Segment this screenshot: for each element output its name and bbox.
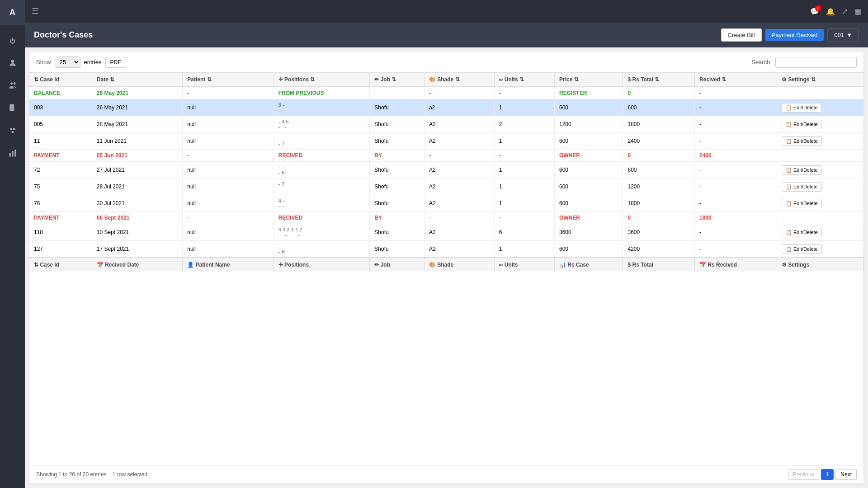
cell-settings — [777, 212, 863, 224]
page-1-button[interactable]: 1 — [821, 469, 834, 480]
col-header-shade[interactable]: 🎨 Shade ⇅ — [424, 73, 494, 87]
topbar: ☰ 💬 8 🔔 ⤢ ▦ — [25, 0, 868, 23]
edit-delete-button[interactable]: 📋 Edit/Delete — [782, 228, 822, 237]
edit-delete-button[interactable]: 📋 Edit/Delete — [782, 103, 822, 113]
table-row[interactable]: PAYMENT 05 Jun 2021 - RECIVED BY - - OWN… — [29, 150, 863, 162]
svg-point-5 — [13, 128, 15, 130]
code-selector-button[interactable]: 001 ▼ — [827, 28, 859, 42]
cell-price: 600 — [555, 162, 623, 178]
cell-recived: - — [695, 241, 777, 258]
col-header-recived[interactable]: Recived ⇅ — [695, 73, 777, 87]
cell-price: 600 — [555, 99, 623, 116]
cell-settings: 📋 Edit/Delete — [777, 162, 863, 178]
chat-icon-button[interactable]: 💬 8 — [810, 7, 819, 16]
svg-line-8 — [13, 130, 14, 131]
col-header-price[interactable]: Price ⇅ — [555, 73, 623, 87]
cell-case-id: 118 — [29, 224, 92, 241]
next-button[interactable]: Next — [835, 469, 857, 480]
cell-units: - — [494, 212, 554, 224]
col-header-case-id[interactable]: ⇅ Case Id — [29, 73, 92, 87]
cell-shade: A2 — [424, 195, 494, 212]
cell-patient: null — [183, 116, 274, 133]
edit-delete-button[interactable]: 📋 Edit/Delete — [782, 120, 822, 129]
table-row[interactable]: 005 28 May 2021 null -- 4 5- Shofu A2 2 … — [29, 116, 863, 133]
cell-patient: null — [183, 195, 274, 212]
cell-date: 28 Jul 2021 — [92, 178, 182, 195]
cell-rs-total: 0 — [623, 87, 695, 99]
svg-point-4 — [10, 128, 12, 130]
edit-delete-button[interactable]: 📋 Edit/Delete — [782, 136, 822, 146]
cell-units: 2 — [494, 116, 554, 133]
cell-case-id: PAYMENT — [29, 150, 92, 162]
cell-positions: RECIVED — [274, 212, 370, 224]
grid-icon-button[interactable]: ▦ — [854, 7, 861, 16]
table-row[interactable]: 72 27 Jul 2021 null -- -6 Shofu A2 1 600… — [29, 162, 863, 178]
cell-rs-total: 600 — [623, 99, 695, 116]
col-header-patient[interactable]: Patient ⇅ — [183, 73, 274, 87]
col-header-settings[interactable]: ⚙ Settings ⇅ — [777, 73, 863, 87]
cell-recived: - — [695, 116, 777, 133]
edit-delete-button[interactable]: 📋 Edit/Delete — [782, 244, 822, 254]
cell-positions: -- 7- — [274, 178, 370, 195]
svg-rect-9 — [9, 153, 10, 157]
entries-label: entries — [84, 59, 102, 66]
edit-delete-button[interactable]: 📋 Edit/Delete — [782, 182, 822, 192]
sidebar: A ⏻ — [0, 0, 25, 488]
table-row[interactable]: 11 11 Jun 2021 null -- -7 Shofu A2 1 600… — [29, 133, 863, 150]
payment-received-button[interactable]: Payment Recived — [765, 29, 824, 41]
cell-rs-total: 1200 — [623, 178, 695, 195]
cell-case-id: 76 — [29, 195, 92, 212]
cell-case-id: 75 — [29, 178, 92, 195]
table-row[interactable]: BALANCE 26 May 2021 - FROM PREVIOUS - - … — [29, 87, 863, 99]
cell-settings: 📋 Edit/Delete — [777, 224, 863, 241]
app-logo[interactable]: A — [0, 0, 25, 25]
entries-select[interactable]: 25 10 50 100 — [55, 56, 80, 68]
cell-price: 600 — [555, 133, 623, 150]
pdf-button[interactable]: PDF — [105, 57, 126, 68]
table-row[interactable]: 003 26 May 2021 null 3- -- Shofu a2 1 60… — [29, 99, 863, 116]
grid-icon: ▦ — [854, 8, 861, 15]
col-header-positions[interactable]: ✛ Positions ⇅ — [274, 73, 370, 87]
cell-shade: A2 — [424, 224, 494, 241]
col-header-rs-total[interactable]: $ Rs Total ⇅ — [623, 73, 695, 87]
sidebar-item-files[interactable] — [0, 97, 25, 120]
svg-point-1 — [10, 82, 13, 84]
edit-delete-button[interactable]: 📋 Edit/Delete — [782, 165, 822, 175]
table-row[interactable]: PAYMENT 06 Sept 2021 - RECIVED BY - - OW… — [29, 212, 863, 224]
svg-rect-11 — [14, 150, 16, 156]
expand-icon-button[interactable]: ⤢ — [842, 7, 848, 16]
col-header-date[interactable]: Date ⇅ — [92, 73, 182, 87]
cell-rs-total: 0 — [623, 150, 695, 162]
cell-units: 1 — [494, 162, 554, 178]
table-wrapper: ⇅ Case Id Date ⇅ Patient ⇅ ✛ Positions ⇅… — [29, 73, 863, 465]
cell-rs-total: 1800 — [623, 116, 695, 133]
expand-icon: ⤢ — [842, 8, 848, 15]
cell-date: 26 May 2021 — [92, 87, 182, 99]
table-row[interactable]: 75 28 Jul 2021 null -- 7- Shofu A2 1 600… — [29, 178, 863, 195]
cell-price: 600 — [555, 195, 623, 212]
footer-rs-recived: 📅 Rs Recived — [695, 258, 777, 272]
cell-positions: RECIVED — [274, 150, 370, 162]
chat-badge: 8 — [815, 5, 821, 11]
sidebar-item-user[interactable] — [0, 52, 25, 75]
sidebar-item-chart[interactable] — [0, 142, 25, 165]
bell-icon-button[interactable]: 🔔 — [826, 7, 835, 16]
sidebar-item-users[interactable] — [0, 75, 25, 97]
sidebar-item-power[interactable]: ⏻ — [0, 29, 25, 52]
create-bill-button[interactable]: Create Bill — [721, 28, 762, 42]
sidebar-item-group[interactable] — [0, 120, 25, 142]
table-row[interactable]: 118 10 Sept 2021 null 4 3 2 1- 1 2- Shof… — [29, 224, 863, 241]
search-input[interactable] — [775, 57, 857, 68]
table-footer: Showing 1 to 20 of 20 entries 1 row sele… — [29, 465, 863, 483]
table-row[interactable]: 127 17 Sept 2021 null -- -6 Shofu A2 1 6… — [29, 241, 863, 258]
main-area: ☰ 💬 8 🔔 ⤢ ▦ Doctor's Cases Create Bill P… — [25, 0, 868, 488]
cell-case-id: PAYMENT — [29, 212, 92, 224]
col-header-units[interactable]: ∞ Units ⇅ — [494, 73, 554, 87]
previous-button[interactable]: Previous — [788, 469, 819, 480]
hamburger-button[interactable]: ☰ — [32, 6, 39, 16]
table-row[interactable]: 76 30 Jul 2021 null 4- -- Shofu A2 1 600… — [29, 195, 863, 212]
col-header-job[interactable]: ✏ Job ⇅ — [370, 73, 425, 87]
footer-settings: ⚙ Settings — [777, 258, 863, 272]
cell-job: Shofu — [370, 241, 425, 258]
edit-delete-button[interactable]: 📋 Edit/Delete — [782, 199, 822, 208]
